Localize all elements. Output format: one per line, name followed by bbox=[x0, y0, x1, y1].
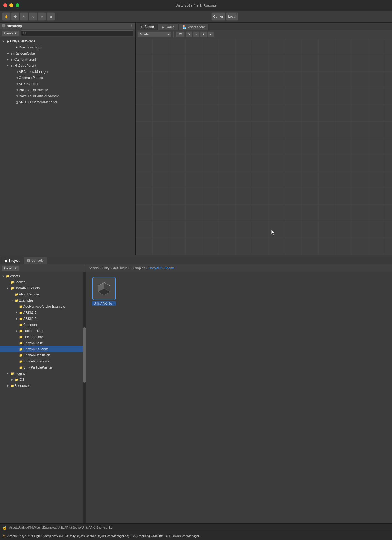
tree-item-arcameramanager[interactable]: ▶ ◻ ARCameraManager bbox=[0, 69, 135, 75]
expand-facetracking[interactable]: ▶ bbox=[14, 329, 19, 333]
maximize-button[interactable] bbox=[16, 3, 19, 7]
breadcrumb-unityarkitplugin[interactable]: UnityARKitPlugin bbox=[102, 266, 127, 270]
hierarchy-search[interactable] bbox=[21, 30, 133, 36]
tab-console[interactable]: ⊡ Console bbox=[24, 257, 47, 264]
tree-label-generateplanes: GeneratePlanes bbox=[19, 76, 43, 80]
expand-plugins[interactable]: ▼ bbox=[6, 371, 10, 376]
hierarchy-options[interactable]: ⋮ bbox=[130, 24, 133, 28]
tree-item-ios[interactable]: ▶ 📁 iOS bbox=[0, 377, 86, 383]
expand-assets[interactable]: ▼ bbox=[1, 274, 6, 278]
asset-label-unityscene: UnityARKitSc... bbox=[92, 301, 116, 306]
tree-item-pointcloudparticle[interactable]: ▶ ◻ PointCloudParticleExample bbox=[0, 93, 135, 99]
tree-label-arkit15: ARKit1.5 bbox=[23, 311, 36, 315]
hierarchy-panel: ☰ Hierarchy ⋮ Create ▼ ▼ ◆ UnityARKitSce… bbox=[0, 23, 136, 255]
tree-item-addremoveanchor[interactable]: ▶ 📁 AddRemoveAnchorExample bbox=[0, 304, 86, 310]
randomcube-icon: ◻ bbox=[10, 51, 14, 56]
2d-button[interactable]: 2D bbox=[176, 31, 185, 37]
scene-viewport[interactable] bbox=[136, 38, 392, 255]
window-controls[interactable] bbox=[3, 3, 19, 7]
tree-item-unityparticlepainter[interactable]: ▶ 📁 UnityParticlePainter bbox=[0, 364, 86, 371]
minimize-button[interactable] bbox=[9, 3, 13, 7]
rotate-tool[interactable]: ↻ bbox=[20, 12, 28, 21]
tree-item-generateplanes[interactable]: ▶ ◻ GeneratePlanes bbox=[0, 75, 135, 81]
local-button[interactable]: Local bbox=[226, 12, 238, 21]
project-scrollbar-thumb[interactable] bbox=[83, 327, 86, 383]
tree-item-pointcloudexample[interactable]: ▶ ◻ PointCloudExample bbox=[0, 87, 135, 93]
assetstore-tab-icon: 🏪 bbox=[182, 25, 187, 29]
tree-item-scenes[interactable]: ▶ 📁 Scenes bbox=[0, 279, 86, 285]
tree-item-unityarkitplugin[interactable]: ▼ 📁 UnityARKitPlugin bbox=[0, 285, 86, 291]
tree-item-arkit20[interactable]: ▶ 📁 ARKit2.0 bbox=[0, 316, 86, 322]
tab-assetstore[interactable]: 🏪 Asset Store bbox=[179, 24, 209, 30]
status-bar: 🔒 Assets/UnityARKitPlugin/Examples/Unity… bbox=[0, 523, 392, 531]
lighting-toggle[interactable]: ☀ bbox=[186, 31, 192, 37]
expand-randomcube[interactable]: ▶ bbox=[6, 51, 10, 56]
project-tab-icon: ☰ bbox=[5, 259, 8, 263]
console-tab-label: Console bbox=[31, 259, 43, 263]
tree-item-directional[interactable]: ▶ ☀ Directional light bbox=[0, 44, 135, 50]
close-button[interactable] bbox=[3, 3, 7, 7]
tab-scene[interactable]: ⊞ Scene bbox=[137, 24, 158, 30]
gizmos-toggle[interactable]: ▼ bbox=[207, 31, 214, 37]
unityarkitplugin-icon: 📁 bbox=[10, 286, 14, 290]
move-tool[interactable]: ✥ bbox=[11, 12, 19, 21]
tree-label-hitcubeparent: HitCubeParent bbox=[14, 64, 36, 68]
rect-tool[interactable]: ▭ bbox=[38, 12, 46, 21]
arkit15-icon: 📁 bbox=[19, 310, 23, 315]
tree-item-common[interactable]: ▶ 📁 Common bbox=[0, 322, 86, 328]
tree-item-arkit15[interactable]: ▶ 📁 ARKit1.5 bbox=[0, 310, 86, 316]
main-toolbar: ✋ ✥ ↻ ⤡ ▭ ⊞ Center Local bbox=[0, 11, 392, 23]
breadcrumb-assets[interactable]: Assets bbox=[89, 266, 99, 270]
asset-item-unityscene[interactable]: UnityARKitSc... bbox=[91, 276, 117, 307]
expand-root[interactable]: ▼ bbox=[1, 39, 6, 43]
tree-item-facetracking[interactable]: ▶ 📁 FaceTracking bbox=[0, 328, 86, 334]
tree-item-unityarkitscene[interactable]: ▶ 📁 UnityARKitScene bbox=[0, 346, 86, 352]
scene-panel: ⊞ Scene ▶ Game 🏪 Asset Store Shaded Wire… bbox=[136, 23, 392, 255]
expand-resources[interactable]: ▶ bbox=[6, 384, 10, 388]
expand-unityarkitplugin[interactable]: ▼ bbox=[6, 286, 10, 290]
tree-item-unityarshadows[interactable]: ▶ 📁 UnityARShadows bbox=[0, 358, 86, 364]
tab-game[interactable]: ▶ Game bbox=[158, 24, 178, 30]
tree-item-resources[interactable]: ▶ 📁 Resources bbox=[0, 383, 86, 389]
arkitcontrol-icon: ◻ bbox=[14, 82, 19, 86]
tree-item-root[interactable]: ▼ ◆ UnityARKitScene bbox=[0, 38, 135, 44]
expand-examples[interactable]: ▼ bbox=[10, 298, 14, 303]
scale-tool[interactable]: ⤡ bbox=[29, 12, 37, 21]
breadcrumb-unityarkitscene[interactable]: UnityARKitScene bbox=[148, 266, 174, 270]
hierarchy-create-btn[interactable]: Create ▼ bbox=[2, 30, 20, 36]
tree-item-assets[interactable]: ▼ 📁 Assets bbox=[0, 273, 86, 279]
tree-item-hitcubeparent[interactable]: ▶ ◻ HitCubeParent bbox=[0, 63, 135, 69]
expand-arkit20[interactable]: ▶ bbox=[14, 317, 19, 321]
tree-item-plugins[interactable]: ▼ 📁 Plugins bbox=[0, 371, 86, 377]
expand-arkit15[interactable]: ▶ bbox=[14, 310, 19, 315]
tree-item-examples[interactable]: ▼ 📁 Examples bbox=[0, 297, 86, 304]
tab-project[interactable]: ☰ Project bbox=[1, 257, 23, 264]
tree-item-randomcube[interactable]: ▶ ◻ RandomCube bbox=[0, 50, 135, 56]
audio-toggle[interactable]: ♪ bbox=[193, 31, 200, 37]
assets-content: UnityARKitSc... bbox=[86, 272, 392, 523]
tree-item-unityarballs[interactable]: ▶ 📁 UnityARBallz bbox=[0, 340, 86, 346]
tree-item-unityarocclusion[interactable]: ▶ 📁 UnityAROcclusion bbox=[0, 352, 86, 358]
transform-tool[interactable]: ⊞ bbox=[47, 12, 55, 21]
hierarchy-icon: ☰ bbox=[2, 24, 5, 28]
tree-item-arkitremote[interactable]: ▶ 📁 ARKitRemote bbox=[0, 291, 86, 297]
project-create-btn[interactable]: Create ▼ bbox=[2, 265, 20, 271]
expand-cameraparent[interactable]: ▶ bbox=[6, 57, 10, 62]
tree-label-ar3dof: AR3DOFCameraManager bbox=[19, 100, 57, 104]
expand-hitcubeparent[interactable]: ▶ bbox=[6, 63, 10, 68]
tree-item-focussquare[interactable]: ▶ 📁 FocusSquare bbox=[0, 334, 86, 340]
project-toolbar: Create ▼ bbox=[0, 264, 86, 272]
shading-dropdown[interactable]: Shaded Wireframe Shaded Wireframe bbox=[137, 31, 171, 37]
tree-label-plugins: Plugins bbox=[14, 372, 25, 376]
hand-tool[interactable]: ✋ bbox=[2, 12, 11, 21]
expand-ios[interactable]: ▶ bbox=[10, 377, 14, 382]
tree-item-ar3dof[interactable]: ▶ ◻ AR3DOFCameraManager bbox=[0, 99, 135, 105]
tree-item-cameraparent[interactable]: ▶ ◻ CameraParent bbox=[0, 56, 135, 63]
tree-label-root: UnityARKitScene bbox=[10, 39, 35, 43]
breadcrumb-examples[interactable]: Examples bbox=[130, 266, 145, 270]
effects-toggle[interactable]: ✦ bbox=[200, 31, 207, 37]
tree-item-arkitcontrol[interactable]: ▶ ◻ ARKitControl bbox=[0, 81, 135, 87]
tree-label-assets: Assets bbox=[10, 274, 20, 278]
project-scrollbar[interactable] bbox=[83, 272, 86, 523]
center-button[interactable]: Center bbox=[211, 12, 225, 21]
